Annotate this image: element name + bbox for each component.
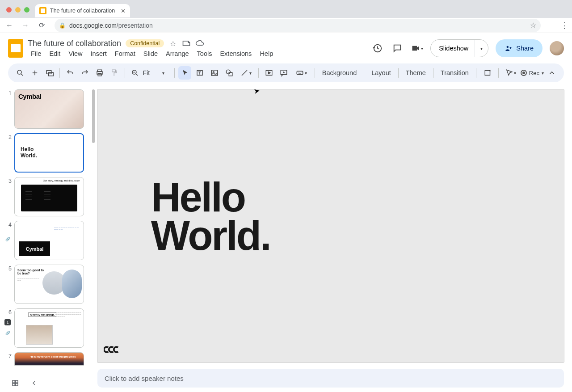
browser-toolbar: ← → ⟳ 🔒 docs.google.com/presentation ☆ ⋮ xyxy=(0,18,572,33)
browser-tabbar: The future of collaboration ✕ xyxy=(35,4,130,18)
separator xyxy=(258,68,259,78)
url-host: docs.google.com xyxy=(69,22,117,29)
link-icon: 🔗 xyxy=(4,330,11,336)
menu-edit[interactable]: Edit xyxy=(46,49,63,58)
thumb-preview: "It is my fervent belief that progress xyxy=(14,352,84,366)
slideshow-dropdown[interactable]: ▾ xyxy=(475,40,488,57)
slide-number: 2 xyxy=(4,133,12,173)
grid-view-button[interactable] xyxy=(11,379,20,388)
slide-thumb-4[interactable]: 4 🔗 Cymbal — — — — — — — — — — — — — — —… xyxy=(4,221,93,260)
insert-video-placeholder-tool[interactable] xyxy=(262,66,275,80)
insert-shape-tool[interactable] xyxy=(223,66,236,80)
separator xyxy=(174,68,175,78)
new-slide-button[interactable] xyxy=(28,66,41,80)
menu-help[interactable]: Help xyxy=(257,49,276,58)
select-tool[interactable] xyxy=(178,66,191,80)
menu-file[interactable]: File xyxy=(28,49,44,58)
slide-thumb-3[interactable]: 3 Our story, strategy and discussion ———… xyxy=(4,177,93,216)
search-menus-button[interactable] xyxy=(13,66,26,80)
paint-format-button[interactable] xyxy=(108,66,121,80)
svg-rect-20 xyxy=(13,384,15,386)
window-zoom-dot[interactable] xyxy=(24,7,29,13)
slide-number: 6 xyxy=(4,308,12,348)
collapse-toolbar-button[interactable] xyxy=(546,66,559,80)
svg-point-1 xyxy=(17,70,21,74)
bookmark-star-icon[interactable]: ☆ xyxy=(530,21,536,30)
slideshow-button[interactable]: Slideshow ▾ xyxy=(430,39,488,57)
account-avatar[interactable] xyxy=(550,41,564,55)
collapse-filmstrip-button[interactable] xyxy=(29,379,38,388)
print-button[interactable] xyxy=(93,66,106,80)
new-slide-layout-button[interactable] xyxy=(43,66,56,80)
text-box-tool[interactable] xyxy=(193,66,206,80)
slide-number: 1 xyxy=(4,89,12,129)
slide-thumb-6[interactable]: 6 1 🔗 A family-run group. — — — — — — — … xyxy=(4,308,93,348)
browser-tab[interactable]: The future of collaboration ✕ xyxy=(35,4,130,17)
cloud-status-icon[interactable] xyxy=(195,39,204,48)
menu-arrange[interactable]: Arrange xyxy=(163,49,192,58)
browser-chrome: The future of collaboration ✕ ← → ⟳ 🔒 do… xyxy=(0,0,572,33)
pointer-tool[interactable]: ▾ xyxy=(502,66,519,80)
thumb-text: Our story, strategy and discussion xyxy=(43,179,80,182)
background-button[interactable]: Background xyxy=(319,69,360,76)
doc-title[interactable]: The future of collaboration xyxy=(28,39,121,48)
link-icon: 🔗 xyxy=(4,236,11,242)
menu-extensions[interactable]: Extensions xyxy=(217,49,255,58)
filmstrip[interactable]: 1 2 HelloWorld. 3 Our story, strategy an… xyxy=(0,85,96,392)
canvas-area: Hello World. ➤ Click to add speaker note… xyxy=(96,85,572,392)
menu-view[interactable]: View xyxy=(65,49,85,58)
separator xyxy=(498,68,499,78)
slide-thumb-2[interactable]: 2 HelloWorld. xyxy=(4,133,93,173)
insert-image-tool[interactable] xyxy=(208,66,221,80)
theme-button[interactable]: Theme xyxy=(402,69,429,76)
menu-slide[interactable]: Slide xyxy=(140,49,161,58)
window-close-dot[interactable] xyxy=(6,7,12,13)
zoom-button[interactable] xyxy=(128,66,142,80)
chevron-down-icon: ▾ xyxy=(249,71,252,76)
version-history-icon[interactable] xyxy=(371,42,384,55)
speaker-notes[interactable]: Click to add speaker notes xyxy=(97,369,564,388)
back-button[interactable]: ← xyxy=(4,20,15,31)
move-icon[interactable] xyxy=(182,39,191,48)
zoom-level[interactable]: Fit xyxy=(142,69,151,76)
slides-logo-icon[interactable] xyxy=(8,39,23,58)
thumb-text: A family-run group. xyxy=(28,312,56,317)
ai-image-button[interactable] xyxy=(482,66,495,80)
menu-insert[interactable]: Insert xyxy=(88,49,110,58)
redo-button[interactable] xyxy=(78,66,91,80)
browser-menu-button[interactable]: ⋮ xyxy=(560,21,568,30)
record-button[interactable]: Rec ▾ xyxy=(521,70,544,76)
menu-format[interactable]: Format xyxy=(112,49,139,58)
insert-line-tool[interactable]: ▾ xyxy=(237,66,255,80)
svg-rect-7 xyxy=(112,70,116,72)
chevron-down-icon[interactable]: ▾ xyxy=(151,71,168,76)
url-path: /presentation xyxy=(117,22,153,29)
slide-canvas[interactable]: Hello World. ➤ xyxy=(97,89,564,362)
separator xyxy=(315,68,315,78)
input-tools-button[interactable]: ▾ xyxy=(292,66,311,80)
insert-comment-tool[interactable] xyxy=(277,66,290,80)
menu-tools[interactable]: Tools xyxy=(194,49,215,58)
address-bar[interactable]: 🔒 docs.google.com/presentation ☆ xyxy=(55,19,541,32)
share-button[interactable]: Share xyxy=(496,39,543,57)
svg-point-0 xyxy=(507,46,509,48)
forward-button[interactable]: → xyxy=(20,20,31,31)
slide-thumb-5[interactable]: 5 Seem too good to be true? — — — — — — … xyxy=(4,265,93,304)
slide-thumb-1[interactable]: 1 xyxy=(4,89,93,129)
comments-icon[interactable] xyxy=(391,42,404,55)
layout-button[interactable]: Layout xyxy=(368,69,395,76)
slide-headline[interactable]: Hello World. xyxy=(151,178,270,255)
slide-thumb-7[interactable]: 7 "It is my fervent belief that progress xyxy=(4,352,93,366)
chevron-down-icon: ▾ xyxy=(542,71,544,76)
speaker-notes-placeholder: Click to add speaker notes xyxy=(105,375,184,382)
meet-button[interactable]: ▾ xyxy=(411,42,423,55)
svg-rect-21 xyxy=(16,384,18,386)
undo-button[interactable] xyxy=(63,66,76,80)
thumb-text: Seem too good to be true? xyxy=(17,269,44,275)
tab-close-icon[interactable]: ✕ xyxy=(121,8,126,14)
separator xyxy=(476,68,476,78)
reload-button[interactable]: ⟳ xyxy=(36,20,47,31)
window-minimize-dot[interactable] xyxy=(15,7,21,13)
star-icon[interactable]: ☆ xyxy=(168,39,177,48)
transition-button[interactable]: Transition xyxy=(437,69,472,76)
